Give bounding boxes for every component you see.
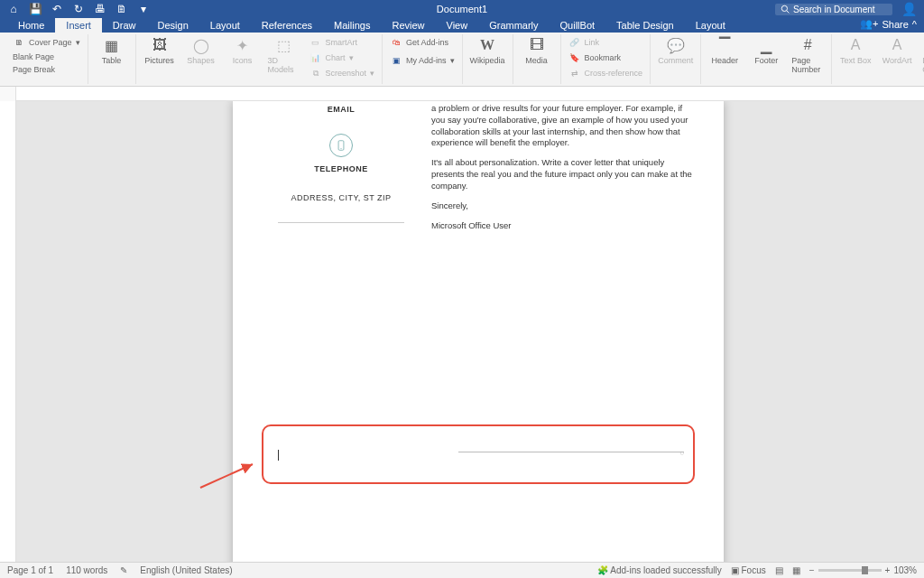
view-print-icon[interactable]: ▤ bbox=[775, 565, 783, 575]
blank-page-button[interactable]: Blank Page bbox=[13, 52, 80, 61]
smartart-button[interactable]: ▭SmartArt bbox=[310, 36, 375, 49]
tab-quillbot[interactable]: QuillBot bbox=[550, 18, 606, 33]
tab-grammarly[interactable]: Grammarly bbox=[478, 18, 549, 33]
table-button[interactable]: ▦Table bbox=[96, 36, 128, 65]
contact-column: EMAIL TELEPHONE ADDRESS, CITY, ST ZIP bbox=[269, 105, 413, 223]
vertical-ruler[interactable] bbox=[0, 101, 16, 562]
share-button[interactable]: 👥+ Share ^ bbox=[860, 18, 917, 30]
document-title: Document1 bbox=[437, 4, 487, 14]
qat-dropdown-icon[interactable]: ▾ bbox=[137, 3, 150, 15]
addins-status[interactable]: 🧩 Add-ins loaded successfully bbox=[597, 565, 722, 575]
shapes-button[interactable]: ◯Shapes bbox=[185, 36, 217, 65]
word-count[interactable]: 110 words bbox=[66, 565, 107, 575]
print-icon[interactable]: 🖶 bbox=[94, 3, 106, 15]
zoom-out-icon[interactable]: − bbox=[809, 565, 815, 575]
group-wikipedia: WWikipedia bbox=[463, 34, 513, 84]
zoom-in-icon[interactable]: + bbox=[885, 565, 891, 575]
group-header-footer: ▔Header ▁Footer #Page Number bbox=[701, 34, 832, 84]
svg-point-3 bbox=[340, 148, 341, 149]
page-number-button[interactable]: #Page Number bbox=[791, 36, 824, 74]
language-status[interactable]: English (United States) bbox=[140, 565, 232, 575]
undo-icon[interactable]: ↶ bbox=[51, 3, 63, 15]
comment-button[interactable]: 💬Comment bbox=[658, 36, 693, 65]
text-box-button[interactable]: AText Box bbox=[839, 36, 872, 65]
page-number-icon: # bbox=[799, 36, 817, 54]
3d-models-button[interactable]: ⬚3D Models bbox=[268, 36, 300, 74]
tab-home[interactable]: Home bbox=[7, 18, 55, 33]
crossref-icon: ⇄ bbox=[568, 67, 581, 79]
end-marker: ○ bbox=[679, 449, 684, 457]
page[interactable]: EMAIL TELEPHONE ADDRESS, CITY, ST ZIP a … bbox=[233, 101, 724, 562]
wikipedia-button[interactable]: WWikipedia bbox=[470, 36, 505, 65]
tab-view[interactable]: View bbox=[436, 18, 479, 33]
footer-edit-area[interactable]: ○ bbox=[262, 424, 695, 484]
focus-mode[interactable]: ▣ Focus bbox=[731, 565, 766, 575]
body-paragraph-2: It's all about personalization. Write a … bbox=[431, 157, 693, 191]
search-input[interactable]: Search in Document bbox=[775, 4, 892, 15]
chart-button[interactable]: 📊Chart ▾ bbox=[310, 51, 375, 64]
pictures-icon: 🖼 bbox=[151, 36, 169, 54]
page-icon: 🗎 bbox=[13, 36, 25, 49]
tab-review[interactable]: Review bbox=[381, 18, 435, 33]
footer-icon: ▁ bbox=[757, 36, 775, 54]
cover-page-button[interactable]: 🗎Cover Page ▾ bbox=[13, 36, 80, 49]
icons-button[interactable]: ✦Icons bbox=[226, 36, 259, 65]
cross-reference-button[interactable]: ⇄Cross-reference bbox=[568, 67, 643, 79]
title-bar: ⌂ 💾 ↶ ↻ 🖶 🗎 ▾ Document1 Search in Docume… bbox=[0, 0, 924, 18]
spellcheck-icon[interactable]: ✎ bbox=[120, 565, 127, 575]
pictures-button[interactable]: 🖼Pictures bbox=[143, 36, 176, 65]
footer-button[interactable]: ▁Footer bbox=[750, 36, 782, 65]
divider bbox=[278, 222, 404, 223]
page-status[interactable]: Page 1 of 1 bbox=[7, 565, 53, 575]
tab-table-design[interactable]: Table Design bbox=[605, 18, 685, 33]
screenshot-button[interactable]: ⧉Screenshot ▾ bbox=[310, 67, 375, 79]
open-icon[interactable]: 🗎 bbox=[116, 3, 128, 15]
icons-icon: ✦ bbox=[234, 36, 252, 54]
group-comment: 💬Comment bbox=[651, 34, 701, 84]
tab-mailings[interactable]: Mailings bbox=[323, 18, 381, 33]
group-pages: 🗎Cover Page ▾ Blank Page Page Break bbox=[5, 34, 88, 84]
horizontal-ruler[interactable] bbox=[16, 87, 924, 101]
zoom-level[interactable]: 103% bbox=[893, 565, 917, 575]
zoom-slider[interactable]: − + 103% bbox=[809, 565, 917, 575]
bookmark-button[interactable]: 🔖Bookmark bbox=[568, 51, 643, 64]
ribbon-tabs: Home Insert Draw Design Layout Reference… bbox=[0, 18, 924, 33]
redo-icon[interactable]: ↻ bbox=[72, 3, 85, 15]
body-paragraph-1: a problem or drive results for your futu… bbox=[431, 103, 693, 149]
shapes-icon: ◯ bbox=[192, 36, 210, 54]
tab-design[interactable]: Design bbox=[147, 18, 199, 33]
tab-insert[interactable]: Insert bbox=[55, 18, 102, 33]
table-icon: ▦ bbox=[103, 36, 121, 54]
wikipedia-icon: W bbox=[478, 36, 496, 54]
tab-references[interactable]: References bbox=[251, 18, 323, 33]
get-addins-button[interactable]: 🛍Get Add-ins bbox=[390, 36, 455, 49]
phone-icon bbox=[329, 134, 353, 157]
tab-layout[interactable]: Layout bbox=[199, 18, 251, 33]
document-canvas[interactable]: EMAIL TELEPHONE ADDRESS, CITY, ST ZIP a … bbox=[16, 101, 924, 562]
svg-point-0 bbox=[781, 5, 787, 11]
account-icon[interactable]: 👤 bbox=[901, 2, 917, 16]
search-icon bbox=[781, 5, 790, 14]
group-illustrations: 🖼Pictures ◯Shapes ✦Icons ⬚3D Models ▭Sma… bbox=[136, 34, 383, 84]
wordart-button[interactable]: AWordArt bbox=[881, 36, 913, 65]
collapse-ribbon-icon[interactable]: ^ bbox=[912, 19, 917, 30]
header-button[interactable]: ▔Header bbox=[708, 36, 741, 65]
home-icon[interactable]: ⌂ bbox=[7, 3, 20, 15]
screenshot-icon: ⧉ bbox=[310, 67, 322, 79]
page-break-button[interactable]: Page Break bbox=[13, 65, 80, 74]
footer-rule bbox=[458, 452, 684, 452]
tab-layout-context[interactable]: Layout bbox=[685, 18, 736, 33]
comment-icon: 💬 bbox=[667, 36, 685, 54]
letter-body[interactable]: a problem or drive results for your futu… bbox=[431, 103, 693, 239]
media-button[interactable]: 🎞Media bbox=[521, 36, 553, 65]
workspace: EMAIL TELEPHONE ADDRESS, CITY, ST ZIP a … bbox=[0, 101, 924, 562]
addins-icon: ▣ bbox=[390, 54, 402, 67]
tab-draw[interactable]: Draw bbox=[102, 18, 147, 33]
link-button[interactable]: 🔗Link bbox=[568, 36, 643, 49]
save-icon[interactable]: 💾 bbox=[29, 3, 42, 15]
group-links: 🔗Link 🔖Bookmark ⇄Cross-reference bbox=[561, 34, 651, 84]
my-addins-button[interactable]: ▣My Add-ins ▾ bbox=[390, 54, 455, 67]
group-table: ▦Table bbox=[88, 34, 136, 84]
view-web-icon[interactable]: ▦ bbox=[792, 565, 800, 575]
store-icon: 🛍 bbox=[390, 36, 402, 49]
